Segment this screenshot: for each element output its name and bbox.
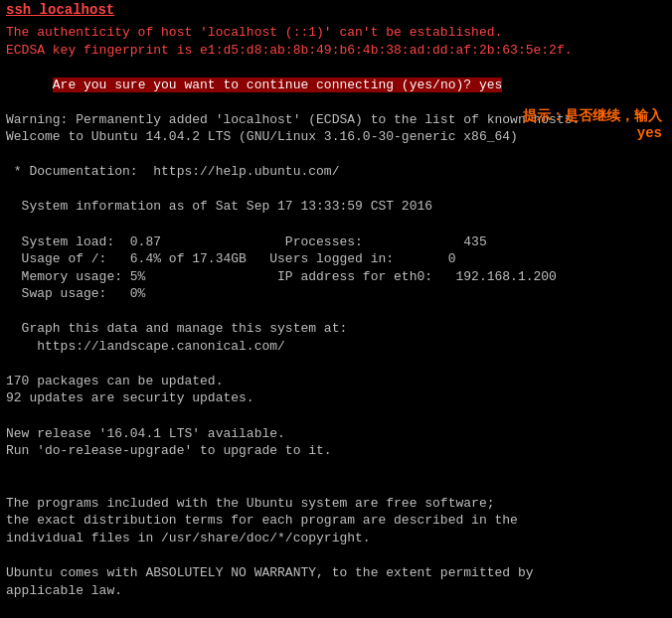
blank4	[6, 303, 666, 321]
terminal-window: ssh localhost 提示：是否继续，输入 yes The authent…	[0, 0, 672, 618]
doc-line: * Documentation: https://help.ubuntu.com…	[6, 163, 666, 181]
blank6	[6, 407, 666, 425]
warranty-line: Ubuntu comes with ABSOLUTELY NO WARRANTY…	[6, 564, 666, 582]
graph-line1: Graph this data and manage this system a…	[6, 320, 666, 338]
terminal-title: ssh localhost	[6, 2, 114, 18]
hint-annotation: 提示：是否继续，输入 yes	[523, 107, 662, 141]
hint-line2: yes	[523, 125, 662, 141]
memory-line: Memory usage: 5% IP address for eth0: 19…	[6, 268, 666, 286]
packages-line2: 92 updates are security updates.	[6, 389, 666, 407]
auth-warn-line2: ECDSA key fingerprint is e1:d5:d8:ab:8b:…	[6, 42, 666, 60]
programs-line2: the exact distribution terms for each pr…	[6, 512, 666, 530]
sysload-line: System load: 0.87 Processes: 435	[6, 233, 666, 251]
blank8	[6, 477, 666, 495]
auth-question-line: Are you sure you want to continue connec…	[6, 59, 666, 111]
blank9	[6, 546, 666, 564]
blank7	[6, 460, 666, 478]
blank2	[6, 181, 666, 199]
release-line1: New release '16.04.1 LTS' available.	[6, 425, 666, 443]
packages-line1: 170 packages can be updated.	[6, 373, 666, 390]
graph-line2: https://landscape.canonical.com/	[6, 338, 666, 356]
blank1	[6, 146, 666, 164]
release-line2: Run 'do-release-upgrade' to upgrade to i…	[6, 442, 666, 460]
title-bar: ssh localhost	[0, 0, 672, 22]
blank5	[6, 355, 666, 373]
blank3	[6, 216, 666, 233]
auth-question-text: Are you sure you want to continue connec…	[53, 77, 502, 92]
applicable-line: applicable law.	[6, 582, 666, 600]
programs-line3: individual files in /usr/share/doc/*/cop…	[6, 530, 666, 547]
programs-line1: The programs included with the Ubuntu sy…	[6, 495, 666, 513]
auth-warn-line1: The authenticity of host 'localhost (::1…	[6, 24, 666, 42]
swap-line: Swap usage: 0%	[6, 285, 666, 303]
sysinfo-date-line: System information as of Sat Sep 17 13:3…	[6, 198, 666, 216]
blank10	[6, 599, 666, 617]
hint-line1: 提示：是否继续，输入	[523, 107, 662, 125]
usage-line: Usage of /: 6.4% of 17.34GB Users logged…	[6, 250, 666, 268]
